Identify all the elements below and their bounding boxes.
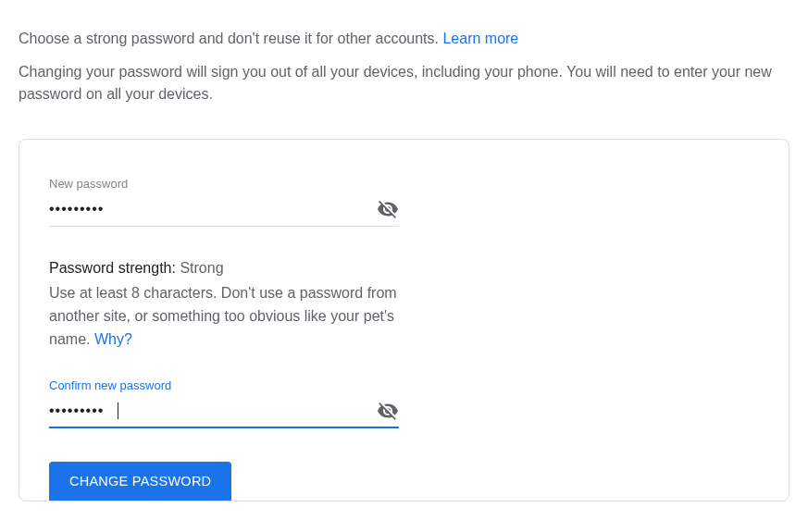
new-password-label: New password — [49, 177, 399, 191]
password-card: New password Password strength: Strong U… — [19, 139, 789, 501]
learn-more-link[interactable]: Learn more — [442, 31, 518, 46]
text-caret — [118, 402, 118, 419]
password-advice: Use at least 8 characters. Don't use a p… — [49, 282, 419, 351]
strength-value: Strong — [180, 260, 223, 276]
new-password-input-row — [49, 198, 399, 227]
visibility-off-icon[interactable] — [377, 400, 399, 422]
intro-line-1: Choose a strong password and don't reuse… — [19, 28, 789, 50]
visibility-off-icon[interactable] — [377, 198, 399, 220]
confirm-password-input-row — [49, 400, 399, 428]
password-strength-block: Password strength: Strong Use at least 8… — [49, 260, 419, 351]
password-strength-line: Password strength: Strong — [49, 260, 419, 277]
intro-line-2: Changing your password will sign you out… — [19, 61, 789, 105]
change-password-button[interactable]: CHANGE PASSWORD — [49, 462, 231, 501]
confirm-password-input[interactable] — [49, 402, 119, 419]
intro-text-1: Choose a strong password and don't reuse… — [19, 31, 442, 46]
confirm-password-label: Confirm new password — [49, 378, 399, 392]
strength-label: Password strength: — [49, 260, 180, 276]
new-password-input[interactable] — [49, 201, 377, 217]
why-link[interactable]: Why? — [94, 331, 132, 347]
new-password-field: New password — [49, 177, 399, 227]
confirm-password-field: Confirm new password — [49, 378, 399, 428]
